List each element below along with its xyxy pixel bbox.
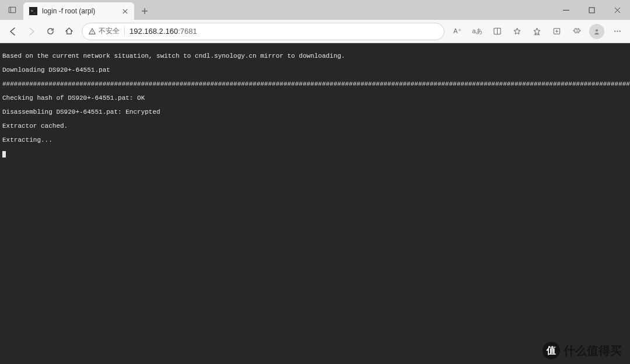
svg-point-21 bbox=[619, 30, 620, 32]
warning-icon bbox=[88, 27, 96, 36]
terminal-container: Based on the current network situation, … bbox=[0, 43, 630, 364]
watermark: 值 什么值得买 bbox=[542, 342, 622, 359]
svg-point-19 bbox=[614, 30, 615, 32]
terminal-line: Extractor cached. bbox=[2, 123, 630, 130]
new-tab-button[interactable] bbox=[136, 3, 153, 19]
more-button[interactable] bbox=[608, 22, 626, 41]
terminal-line: Extracting... bbox=[2, 136, 630, 144]
svg-rect-0 bbox=[9, 7, 15, 13]
window-maximize-button[interactable] bbox=[579, 0, 604, 20]
favorite-button[interactable] bbox=[508, 22, 526, 41]
watermark-badge: 值 bbox=[542, 342, 560, 359]
address-divider bbox=[124, 27, 125, 36]
profile-button[interactable] bbox=[589, 24, 604, 39]
back-button[interactable] bbox=[4, 22, 22, 41]
content-area: Based on the current network situation, … bbox=[0, 43, 630, 364]
svg-point-18 bbox=[596, 29, 598, 32]
tab-close-button[interactable] bbox=[120, 6, 130, 16]
watermark-text: 什么值得买 bbox=[564, 343, 622, 359]
svg-point-11 bbox=[92, 33, 92, 33]
favorites-list-button[interactable] bbox=[527, 22, 546, 41]
cursor-icon bbox=[2, 151, 6, 158]
browser-tab-active[interactable]: login -f root (arpl) bbox=[23, 2, 134, 20]
window-minimize-button[interactable] bbox=[553, 0, 579, 20]
read-aloud-button[interactable]: A⁺ bbox=[448, 22, 467, 41]
tab-actions-button[interactable] bbox=[4, 1, 21, 19]
collections-button[interactable] bbox=[547, 22, 566, 41]
window-close-button[interactable] bbox=[604, 0, 630, 20]
svg-rect-7 bbox=[589, 8, 594, 13]
window-titlebar: login -f root (arpl) bbox=[0, 0, 630, 20]
url-text: 192.168.2.160:7681 bbox=[130, 27, 197, 36]
translate-button[interactable]: aあ bbox=[468, 22, 487, 41]
extensions-button[interactable] bbox=[567, 22, 586, 41]
tab-zone: login -f root (arpl) bbox=[0, 0, 153, 20]
address-bar[interactable]: 不安全 192.168.2.160:7681 bbox=[82, 23, 444, 40]
terminal-line: Disassembling DS920+-64551.pat: Encrypte… bbox=[2, 108, 630, 116]
toolbar-right-actions: A⁺ aあ bbox=[448, 22, 626, 41]
terminal-cursor-line bbox=[2, 150, 630, 158]
terminal-line: Based on the current network situation, … bbox=[2, 52, 630, 60]
refresh-button[interactable] bbox=[41, 22, 60, 41]
browser-toolbar: 不安全 192.168.2.160:7681 A⁺ aあ bbox=[0, 20, 630, 43]
terminal-progress-line: ########################################… bbox=[2, 80, 630, 88]
home-button[interactable] bbox=[60, 22, 78, 41]
site-security-indicator[interactable]: 不安全 bbox=[88, 26, 120, 36]
terminal-output[interactable]: Based on the current network situation, … bbox=[0, 43, 630, 364]
svg-point-20 bbox=[617, 30, 618, 32]
forward-button[interactable] bbox=[22, 22, 41, 41]
security-label: 不安全 bbox=[99, 26, 120, 36]
terminal-favicon-icon bbox=[29, 7, 37, 15]
terminal-line: Checking hash of DS920+-64551.pat: OK bbox=[2, 94, 630, 102]
tab-title: login -f root (arpl) bbox=[42, 7, 116, 15]
reader-mode-button[interactable] bbox=[488, 22, 506, 41]
terminal-line: Downloading DS920+-64551.pat bbox=[2, 66, 630, 74]
window-controls bbox=[553, 0, 630, 20]
